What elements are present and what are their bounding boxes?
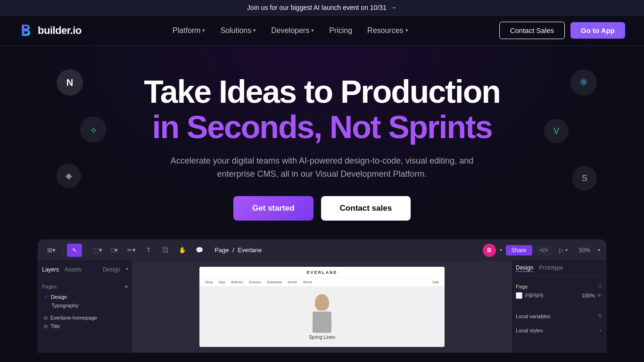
share-button[interactable]: Share: [506, 245, 532, 255]
navbar: builder.io Platform ▾ Solutions ▾ Develo…: [0, 16, 644, 46]
sidebar-item-typography[interactable]: Typography: [42, 301, 128, 310]
sidebar-tabs: Layers Assets Design ▾: [42, 264, 128, 277]
sidebar-tab-layers[interactable]: Layers: [42, 266, 59, 273]
logo-icon: [19, 23, 34, 38]
hero-buttons: Get started Contact sales: [0, 196, 644, 221]
sidebar-item-design[interactable]: ✓ Design: [42, 292, 128, 301]
nav-item-platform[interactable]: Platform ▾: [173, 26, 206, 35]
settings-icon[interactable]: ⊙: [598, 283, 602, 289]
local-styles-row[interactable]: Local styles +: [516, 326, 602, 335]
design-label[interactable]: Design: [103, 266, 120, 273]
right-section-page: Page ⊙ F5F5F5 100% 👁: [516, 280, 602, 302]
app-canvas: EVERLANE Shop Tops Bottoms Dresses Outer…: [132, 261, 512, 353]
toolbar-divider: [86, 246, 86, 255]
chevron-down-icon: ▾: [202, 27, 205, 33]
contact-sales-button[interactable]: Contact Sales: [499, 22, 565, 39]
banner-arrow: →: [390, 4, 397, 11]
preview-button[interactable]: ▷ ▾: [555, 245, 571, 255]
toolbar-divider: [63, 246, 63, 255]
logo-link[interactable]: builder.io: [19, 23, 82, 38]
canvas-body: Spring Linen: [199, 287, 445, 347]
sidebar-item-title[interactable]: ⊞ Title: [42, 322, 128, 330]
text-tool-btn[interactable]: T: [141, 244, 156, 257]
toolbar-group-select: ⊞▾ ↖ ⬚▾ □▾ ✏▾ T ⿻ ✋ 💬: [44, 244, 207, 257]
zoom-dropdown-icon: ▾: [598, 247, 600, 253]
logo-text: builder.io: [38, 25, 82, 37]
hero-section: N ⟡ ◆ ⚛ V S Take Ideas to Production in …: [0, 46, 644, 239]
app-sidebar: Layers Assets Design ▾ Pages + ✓ Design …: [38, 261, 132, 353]
pages-section: Pages +: [42, 281, 128, 292]
visibility-icon[interactable]: 👁: [597, 293, 602, 298]
page-label: Page: [516, 284, 528, 289]
canvas-product-label: Spring Linen: [309, 335, 335, 340]
top-banner[interactable]: Join us for our biggest AI launch event …: [0, 0, 644, 16]
go-to-app-button[interactable]: Go to App: [570, 22, 625, 39]
avatar-dropdown-icon: ▾: [500, 247, 502, 253]
zoom-button[interactable]: 50%: [575, 245, 594, 255]
frame-icon: ⊞: [44, 324, 48, 329]
color-row[interactable]: F5F5F5 100% 👁: [516, 291, 602, 300]
avatar-button[interactable]: B: [483, 244, 496, 257]
contact-sales-hero-button[interactable]: Contact sales: [321, 196, 411, 221]
svelte-icon: S: [572, 166, 597, 190]
local-variables-label: Local variables: [516, 313, 550, 319]
color-swatch[interactable]: [516, 292, 522, 299]
nav-item-solutions[interactable]: Solutions ▾: [220, 26, 256, 35]
toolbar-right: B ▾ Share </> ▷ ▾ 50% ▾: [483, 244, 600, 257]
nav-actions: Contact Sales Go to App: [499, 22, 625, 39]
right-tab-prototype[interactable]: Prototype: [539, 264, 563, 272]
canvas-nav: Shop Tops Bottoms Dresses Outerwear Deni…: [199, 278, 445, 287]
local-styles-label: Local styles: [516, 328, 543, 333]
shape-tool-btn[interactable]: □▾: [107, 244, 122, 257]
page-actions: ⊙: [598, 283, 602, 289]
sidebar-item-everlane-homepage[interactable]: ⊞ Everlane-homepage: [42, 313, 128, 322]
design-chevron-icon: ▾: [126, 266, 128, 273]
canvas-person: Spring Linen: [309, 294, 335, 340]
app-preview: ⊞▾ ↖ ⬚▾ □▾ ✏▾ T ⿻ ✋ 💬 Page / Everlane B …: [38, 239, 606, 353]
cursor-tool-btn[interactable]: ↖: [67, 244, 82, 257]
play-icon: ▷: [559, 247, 563, 254]
code-button[interactable]: </>: [536, 245, 552, 255]
pen-tool-btn[interactable]: ✏▾: [124, 244, 139, 257]
pages-label: Pages: [42, 284, 57, 289]
quikly-icon: ◆: [57, 164, 81, 188]
select-tool-btn[interactable]: ⊞▾: [44, 244, 59, 257]
get-started-button[interactable]: Get started: [233, 196, 314, 221]
hero-title: Take Ideas to Production in Seconds, Not…: [0, 74, 644, 145]
nav-item-resources[interactable]: Resources ▾: [367, 26, 408, 35]
right-section-styles: Local styles +: [516, 324, 602, 337]
add-style-icon[interactable]: +: [599, 328, 602, 333]
nav-item-developers[interactable]: Developers ▾: [271, 26, 314, 35]
hero-subtitle: Accelerate your digital teams with AI-po…: [166, 154, 478, 181]
frame-icon: ⊞: [44, 315, 48, 321]
sidebar-tab-assets[interactable]: Assets: [65, 266, 82, 273]
app-toolbar: ⊞▾ ↖ ⬚▾ □▾ ✏▾ T ⿻ ✋ 💬 Page / Everlane B …: [38, 240, 606, 261]
component-tool-btn[interactable]: ⿻: [158, 244, 173, 257]
nav-links: Platform ▾ Solutions ▾ Developers ▾ Pric…: [173, 26, 408, 35]
opacity-value: 100%: [582, 293, 595, 298]
local-variables-row[interactable]: Local variables ⇅: [516, 312, 602, 321]
variables-icon[interactable]: ⇅: [598, 313, 602, 319]
canvas-content: EVERLANE Shop Tops Bottoms Dresses Outer…: [199, 267, 445, 347]
app-body: Layers Assets Design ▾ Pages + ✓ Design …: [38, 261, 606, 353]
app-right-panel: Design Prototype Page ⊙ F5F5F5 100%: [512, 261, 606, 353]
preview-dropdown-icon: ▾: [565, 247, 568, 253]
hand-tool-btn[interactable]: ✋: [175, 244, 190, 257]
right-tab-design[interactable]: Design: [516, 264, 533, 272]
chevron-down-icon: ▾: [405, 27, 408, 33]
right-tabs: Design Prototype: [516, 264, 602, 276]
comment-tool-btn[interactable]: 💬: [192, 244, 207, 257]
toolbar-breadcrumb: Page / Everlane: [215, 247, 262, 254]
frame-tool-btn[interactable]: ⬚▾: [90, 244, 105, 257]
right-section-variables: Local variables ⇅: [516, 310, 602, 322]
check-icon: ✓: [44, 294, 48, 300]
right-page-row: Page ⊙: [516, 282, 602, 291]
chevron-down-icon: ▾: [311, 27, 314, 33]
banner-text: Join us for our biggest AI launch event …: [247, 4, 387, 11]
chevron-down-icon: ▾: [253, 27, 256, 33]
canvas-brand: EVERLANE: [199, 267, 445, 278]
color-value: F5F5F5: [525, 293, 544, 298]
add-page-button[interactable]: +: [124, 283, 128, 290]
nav-item-pricing[interactable]: Pricing: [329, 26, 352, 35]
